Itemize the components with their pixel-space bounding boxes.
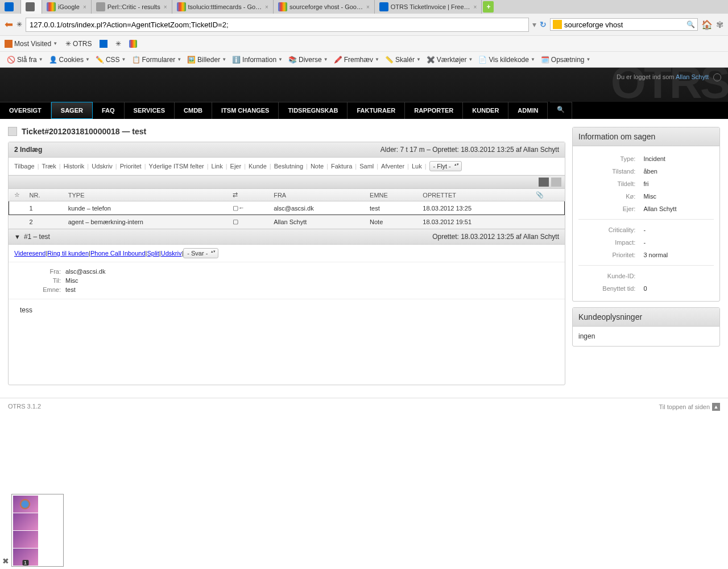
devbar-item[interactable]: 📋Formularer▼ <box>130 56 184 64</box>
tab-1[interactable] <box>21 0 42 14</box>
ticket-action[interactable]: Tilbage <box>14 163 35 170</box>
ticket-action[interactable]: Beslutning <box>274 163 303 170</box>
bookmark-google[interactable] <box>129 40 137 48</box>
ticket-action[interactable]: Faktura <box>331 163 352 170</box>
nav-item[interactable]: SERVICES <box>125 102 175 119</box>
nav-item[interactable]: CMDB <box>175 102 212 119</box>
addon-button[interactable]: ✾ <box>716 19 723 30</box>
devbar-item[interactable]: ✏️CSS▼ <box>93 56 129 64</box>
url-input[interactable] <box>26 18 529 32</box>
col-nr[interactable]: NR. <box>25 189 64 201</box>
devbar-item[interactable]: 👤Cookies▼ <box>47 56 92 64</box>
search-box[interactable]: 🔍 <box>550 18 698 31</box>
article-action[interactable]: Videresend <box>14 250 46 257</box>
back-button[interactable]: ⬅ <box>5 18 13 31</box>
content: Ticket#2012031810000018 — test 2 Indlæg … <box>0 119 728 398</box>
col-dir[interactable]: ⇄ <box>228 189 269 201</box>
sidebar: Information om sagen Type:IncidentTilsta… <box>572 127 720 352</box>
table-row[interactable]: 1kunde – telefon▢←alsc@ascsi.dktest18.03… <box>9 201 565 215</box>
tab-5[interactable]: sourceforge vhost - Goo…× <box>274 0 375 14</box>
info-row: Benyttet tid:0 <box>580 283 713 294</box>
ticket-flag-icon[interactable] <box>8 127 17 136</box>
ticket-action[interactable]: Kunde <box>249 163 267 170</box>
ticket-action[interactable]: Udskriv <box>92 163 113 170</box>
nav-item[interactable]: KUNDER <box>463 102 508 119</box>
devbar-item[interactable]: 📏Skalér▼ <box>383 56 423 64</box>
nav-item[interactable]: ITSM CHANGES <box>212 102 279 119</box>
home-button[interactable]: 🏠 <box>701 19 713 30</box>
article-subject: test <box>65 286 76 293</box>
ticket-action[interactable]: Prioritet <box>120 163 142 170</box>
devbar-item[interactable]: 📚Diverse▼ <box>286 56 330 64</box>
table-row[interactable]: 2agent – bemærkning-intern▢Allan SchyttN… <box>9 215 565 229</box>
nav-item[interactable]: FAKTURAER <box>348 102 405 119</box>
ticket-action[interactable]: Træk <box>42 163 56 170</box>
version-text: OTRS 3.1.2 <box>8 403 41 411</box>
ticket-action[interactable]: Afventer <box>381 163 404 170</box>
bookmark-most-visited[interactable]: Most Visited▼ <box>5 40 57 48</box>
tab-2[interactable]: iGoogle× <box>42 0 92 14</box>
top-link[interactable]: Til toppen af siden▲ <box>659 403 720 411</box>
folder-icon <box>5 40 13 48</box>
ticket-action[interactable]: Saml <box>359 163 374 170</box>
article-action[interactable]: Split <box>147 250 159 257</box>
devbar-item[interactable]: 🗓️Opsætning▼ <box>539 56 593 64</box>
tab-4[interactable]: tsolucio:tttimecards - Go…× <box>172 0 274 14</box>
close-icon[interactable]: × <box>265 4 268 10</box>
devbar-item[interactable]: ℹ️Information▼ <box>230 56 285 64</box>
search-input[interactable] <box>564 20 686 29</box>
devbar-item[interactable]: 🖼️Billeder▼ <box>185 56 229 64</box>
ticket-action[interactable]: Ejer <box>230 163 242 170</box>
nav-item[interactable]: OVERSIGT <box>0 102 51 119</box>
col-emne[interactable]: EMNE <box>365 189 418 201</box>
collapse-icon[interactable]: ▼ <box>14 233 20 240</box>
close-icon[interactable]: × <box>474 4 477 10</box>
nav-item[interactable]: RAPPORTER <box>405 102 463 119</box>
article-action[interactable]: Udskriv <box>161 250 182 257</box>
devbar-item[interactable]: 🚫Slå fra▼ <box>5 56 46 64</box>
ticket-action[interactable]: Historik <box>64 163 85 170</box>
devbar-item[interactable]: 🖍️Fremhæv▼ <box>332 56 382 64</box>
search-icon[interactable]: 🔍 <box>686 20 695 28</box>
view-expand-button[interactable] <box>551 178 561 187</box>
ticket-action[interactable]: Yderlige ITSM felter <box>148 163 204 170</box>
logout-button[interactable] <box>713 73 721 81</box>
bookmark-star[interactable]: ✳ <box>115 40 121 48</box>
nav-item[interactable]: ADMIN <box>508 102 548 119</box>
ticket-action[interactable]: Link <box>212 163 223 170</box>
tab-3[interactable]: Perl::Critic - results× <box>92 0 172 14</box>
nav-item[interactable]: TIDSREGNSKAB <box>279 102 348 119</box>
article-action[interactable]: Phone Call Inbound <box>90 250 146 257</box>
bookmark-button[interactable]: ▾ <box>532 20 536 29</box>
close-icon[interactable]: × <box>366 4 370 10</box>
col-fra[interactable]: FRA <box>269 189 365 201</box>
new-tab-button[interactable]: + <box>483 1 494 13</box>
reply-select[interactable]: - Svar - <box>183 248 218 258</box>
login-user-link[interactable]: Allan Schytt <box>676 73 709 80</box>
ticket-action[interactable]: Note <box>311 163 324 170</box>
nav-item[interactable]: FAQ <box>93 102 125 119</box>
col-oprettet[interactable]: OPRETTET <box>418 189 531 201</box>
col-att[interactable]: 📎 <box>531 189 565 201</box>
ticket-action[interactable]: Luk <box>412 163 422 170</box>
info-row: Type:Incident <box>580 153 713 164</box>
reload-button[interactable]: ↻ <box>540 20 547 29</box>
col-type[interactable]: TYPE <box>64 189 228 201</box>
google-icon <box>47 2 56 11</box>
nav-item[interactable]: SAGER <box>51 102 93 119</box>
move-select[interactable]: - Flyt - <box>429 161 462 171</box>
devbar-item[interactable]: ✖️Værktøjer▼ <box>424 56 475 64</box>
site-icon: ✳ <box>16 20 22 28</box>
nav-search-button[interactable]: 🔍 <box>550 102 572 119</box>
tab-0[interactable] <box>0 0 21 14</box>
view-compact-button[interactable] <box>539 178 549 187</box>
bookmark-otrs[interactable]: ✳OTRS <box>65 40 92 48</box>
article-action[interactable]: Ring til kunden <box>47 250 89 257</box>
ticket-actions: Tilbage|Træk|Historik|Udskriv|Prioritet|… <box>9 158 565 175</box>
tab-6[interactable]: OTRS TicketInvoice | Free…× <box>375 0 482 14</box>
close-icon[interactable]: × <box>83 4 86 10</box>
close-icon[interactable]: × <box>164 4 167 10</box>
bookmark-sf[interactable] <box>100 40 107 48</box>
col-star[interactable]: ☆ <box>9 189 25 201</box>
devbar-item[interactable]: 📄Vis kildekode▼ <box>476 56 537 64</box>
